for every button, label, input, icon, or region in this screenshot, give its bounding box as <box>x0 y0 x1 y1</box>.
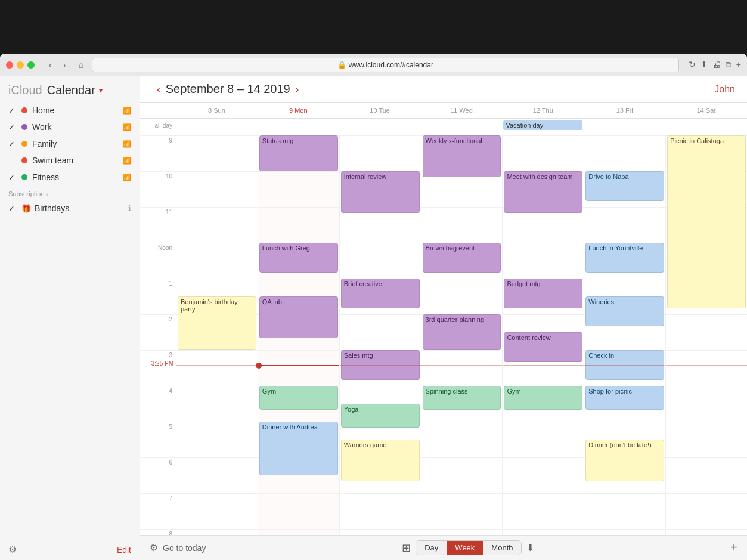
reload-icon[interactable]: ↻ <box>689 60 696 70</box>
birthday-icon: 🎁 <box>21 204 31 213</box>
info-icon[interactable]: ℹ <box>128 204 131 212</box>
back-button[interactable]: ‹ <box>44 59 56 71</box>
hour-label-1: 1 <box>140 279 176 314</box>
cal-event[interactable]: Yoga <box>341 404 420 428</box>
day-col-fri: Drive to NapaLunch in YountvilleWineries… <box>584 135 665 535</box>
calendar-title: September 8 – 14 2019 <box>166 82 290 96</box>
cal-event[interactable]: Content review <box>504 332 582 362</box>
sidebar-item-family[interactable]: ✓ Family 📶 <box>0 135 140 152</box>
cal-event[interactable]: Dinner with Andrea <box>259 422 338 475</box>
calendar-toolbar: ⚙ Go to today ⊞ Day Week Month ⬇ + <box>140 535 747 560</box>
close-button[interactable] <box>6 61 13 69</box>
allday-mon <box>258 119 339 135</box>
view-week-button[interactable]: Week <box>447 541 483 555</box>
view-month-button[interactable]: Month <box>483 541 521 555</box>
cal-event[interactable]: Shop for picnic <box>585 386 664 410</box>
sidebar-item-work[interactable]: ✓ Work 📶 <box>0 119 140 135</box>
view-day-button[interactable]: Day <box>416 541 447 555</box>
day-header-mon: 9 Mon <box>258 103 339 118</box>
prev-button[interactable]: ‹ <box>152 82 166 96</box>
maximize-button[interactable] <box>27 61 35 69</box>
cal-event[interactable]: Status mtg <box>259 135 338 171</box>
day-header-tue: 10 Tue <box>339 103 421 118</box>
cal-event[interactable]: Spinning class <box>423 386 501 410</box>
browser-actions: ↻ ⬆ 🖨 ⧉ + <box>689 60 741 70</box>
hour-label-6: 6 <box>140 457 176 493</box>
add-tab-icon[interactable]: + <box>736 60 741 70</box>
day-col-sat: Picnic in Calistoga <box>665 135 747 535</box>
minimize-button[interactable] <box>17 61 24 69</box>
calendar-header: ‹ September 8 – 14 2019 › John <box>140 76 747 103</box>
current-time-line-secondary <box>503 365 584 366</box>
current-time-line-secondary <box>340 365 421 366</box>
cal-event[interactable]: Gym <box>504 386 582 410</box>
dropdown-icon[interactable]: ▾ <box>99 86 103 95</box>
toolbar-left: ⚙ Go to today <box>150 542 206 553</box>
cal-event[interactable]: Picnic in Calistoga <box>667 135 746 308</box>
cal-color-swimteam <box>21 157 27 163</box>
day-header-sun: 8 Sun <box>176 103 258 118</box>
sidebar-item-swimteam[interactable]: ✓ Swim team 📶 <box>0 152 140 169</box>
cal-event[interactable]: QA lab <box>259 296 338 338</box>
address-bar[interactable]: 🔒 www.icloud.com/#calendar <box>92 58 679 72</box>
hour-label-11: 11 <box>140 207 176 243</box>
edit-button[interactable]: Edit <box>117 545 131 555</box>
sidebar-item-home[interactable]: ✓ Home 📶 <box>0 102 140 119</box>
wifi-icon-home: 📶 <box>123 107 131 115</box>
allday-sun <box>176 119 258 135</box>
cal-event[interactable]: Warriors game <box>341 440 420 481</box>
time-labels: 9 10 11 Noon 1 2 3 4 5 6 7 8 3:25 PM <box>140 135 176 535</box>
wifi-icon-fitness: 📶 <box>123 174 131 181</box>
download-icon[interactable]: ⬇ <box>526 542 534 553</box>
cal-event[interactable]: 3rd quarter planning <box>423 314 501 350</box>
cal-color-home <box>21 107 27 113</box>
hour-label-noon: Noon <box>140 243 176 279</box>
allday-row: all-day Vacation day <box>140 119 747 135</box>
current-time-line-secondary <box>666 365 747 366</box>
hour-label-7: 7 <box>140 493 176 529</box>
cal-event[interactable]: Brown bag event <box>423 243 501 273</box>
cal-event[interactable]: Budget mtg <box>504 279 582 308</box>
home-button[interactable]: ⌂ <box>75 59 87 71</box>
allday-event-vacation[interactable]: Vacation day <box>503 120 582 130</box>
print-icon[interactable]: 🖨 <box>712 60 721 70</box>
time-grid: 9 10 11 Noon 1 2 3 4 5 6 7 8 3:25 PM <box>140 135 747 535</box>
cal-event[interactable]: Meet with design team <box>504 171 582 213</box>
cal-name-swimteam: Swim team <box>32 156 123 165</box>
cal-event[interactable]: Lunch with Greg <box>259 243 338 273</box>
cal-event[interactable]: Lunch in Yountville <box>585 243 664 273</box>
hour-label-3: 3 <box>140 350 176 386</box>
gear-button[interactable]: ⚙ <box>8 544 17 555</box>
allday-wed <box>421 119 503 135</box>
sidebar-bottom: ⚙ Edit <box>0 539 140 560</box>
settings-button[interactable]: ⚙ <box>150 542 158 553</box>
allday-label: all-day <box>140 119 176 135</box>
cal-event[interactable]: Brief creative <box>341 279 420 308</box>
day-col-thu: Meet with design teamBudget mtgContent r… <box>502 135 584 535</box>
duplicate-icon[interactable]: ⧉ <box>726 60 731 70</box>
cal-event[interactable]: Internal review <box>341 171 420 213</box>
next-button[interactable]: › <box>290 82 304 96</box>
calendar-grid: 8 Sun 9 Mon 10 Tue 11 Wed 12 Thu <box>140 103 747 535</box>
cal-name-fitness: Fitness <box>32 172 123 182</box>
cal-event[interactable]: Gym <box>259 386 338 410</box>
share-icon[interactable]: ⬆ <box>700 60 708 70</box>
cal-color-family <box>21 141 27 147</box>
subscriptions-label: Subscriptions <box>0 185 140 200</box>
forward-button[interactable]: › <box>58 59 70 71</box>
allday-fri <box>584 119 665 135</box>
add-event-button[interactable]: + <box>730 541 737 555</box>
cal-event[interactable]: Wineries <box>585 296 664 326</box>
allday-sat <box>665 119 747 135</box>
checkmark-icon: ✓ <box>8 140 18 148</box>
grid-view-icon[interactable]: ⊞ <box>402 542 411 555</box>
sidebar-item-birthdays[interactable]: ✓ 🎁 Birthdays ℹ <box>0 200 140 216</box>
cal-event[interactable]: Benjamin's birthday party <box>178 296 256 350</box>
sidebar-item-fitness[interactable]: ✓ Fitness 📶 <box>0 169 140 185</box>
goto-today-button[interactable]: Go to today <box>163 543 206 553</box>
cal-event[interactable]: Weekly x-functional <box>423 135 501 177</box>
cal-name-work: Work <box>32 122 123 132</box>
cal-event[interactable]: Dinner (don't be late!) <box>585 440 664 481</box>
cal-event[interactable]: Drive to Napa <box>585 171 664 201</box>
day-headers: 8 Sun 9 Mon 10 Tue 11 Wed 12 Thu <box>140 103 747 119</box>
